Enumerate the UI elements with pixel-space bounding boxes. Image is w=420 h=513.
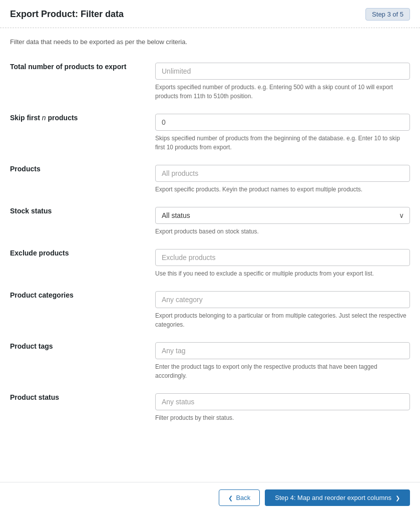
input-skip_products[interactable]: [155, 114, 410, 131]
field-label-product_status: Product status: [10, 393, 59, 401]
page-wrapper: Export Product: Filter data Step 3 of 5 …: [0, 0, 420, 513]
field-label-products: Products: [10, 165, 41, 173]
form-table: Total number of products to exportExport…: [10, 58, 410, 430]
next-button[interactable]: Step 4: Map and reorder export columns: [265, 489, 410, 506]
page-title: Export Product: Filter data: [10, 9, 124, 20]
field-hint-product_tags: Enter the product tags to export only th…: [155, 362, 410, 380]
step-badge: Step 3 of 5: [365, 8, 410, 21]
chevron-right-icon: [395, 494, 400, 501]
input-products[interactable]: [155, 165, 410, 182]
select-stock_status[interactable]: All statusIn stockOut of stockOn backord…: [155, 207, 410, 224]
form-row-exclude_products: Exclude productsUse this if you need to …: [10, 244, 410, 286]
back-button[interactable]: Back: [219, 489, 260, 506]
field-label-skip_products: Skip first n products: [10, 114, 78, 122]
next-label: Step 4: Map and reorder export columns: [275, 494, 391, 501]
intro-text: Filter data that needs to be exported as…: [10, 38, 410, 46]
field-hint-stock_status: Export products based on stock status.: [155, 227, 410, 236]
form-row-product_tags: Product tagsEnter the product tags to ex…: [10, 337, 410, 388]
page-content: Filter data that needs to be exported as…: [0, 28, 420, 482]
field-hint-skip_products: Skips specified number of products from …: [155, 134, 410, 152]
field-label-stock_status: Stock status: [10, 207, 52, 215]
field-hint-product_status: Filter products by their status.: [155, 413, 410, 422]
input-product_status[interactable]: [155, 393, 410, 410]
form-row-product_categories: Product categoriesExport products belong…: [10, 286, 410, 337]
form-row-products: ProductsExport specific products. Keyin …: [10, 160, 410, 202]
input-product_categories[interactable]: [155, 291, 410, 308]
form-row-total_products: Total number of products to exportExport…: [10, 58, 410, 109]
input-product_tags[interactable]: [155, 342, 410, 359]
field-hint-products: Export specific products. Keyin the prod…: [155, 185, 410, 194]
field-label-product_categories: Product categories: [10, 291, 74, 299]
back-label: Back: [236, 494, 250, 501]
field-label-total_products: Total number of products to export: [10, 63, 126, 71]
field-hint-product_categories: Export products belonging to a particula…: [155, 311, 410, 329]
field-label-product_tags: Product tags: [10, 342, 53, 350]
input-total_products[interactable]: [155, 63, 410, 80]
form-row-product_status: Product statusFilter products by their s…: [10, 388, 410, 430]
page-footer: Back Step 4: Map and reorder export colu…: [0, 482, 420, 513]
field-hint-total_products: Exports specified number of products. e.…: [155, 83, 410, 101]
form-row-skip_products: Skip first n productsSkips specified num…: [10, 109, 410, 160]
input-exclude_products[interactable]: [155, 249, 410, 266]
page-header: Export Product: Filter data Step 3 of 5: [0, 0, 420, 28]
form-row-stock_status: Stock statusAll statusIn stockOut of sto…: [10, 202, 410, 244]
field-hint-exclude_products: Use this if you need to exclude a specif…: [155, 269, 410, 278]
field-label-exclude_products: Exclude products: [10, 249, 69, 257]
chevron-left-icon: [228, 494, 233, 501]
select-wrapper-stock_status: All statusIn stockOut of stockOn backord…: [155, 207, 410, 224]
